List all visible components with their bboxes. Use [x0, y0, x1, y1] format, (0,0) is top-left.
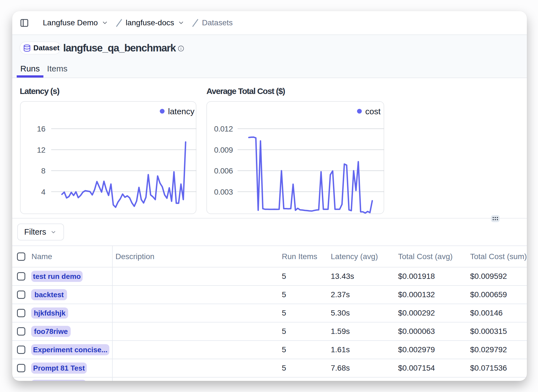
svg-text:16: 16 [37, 125, 45, 133]
svg-text:12: 12 [37, 146, 45, 154]
svg-text:cost: cost [365, 107, 381, 116]
svg-text:0.003: 0.003 [214, 188, 233, 196]
svg-text:0.006: 0.006 [214, 167, 233, 175]
svg-text:latency: latency [168, 107, 194, 116]
svg-text:0.012: 0.012 [214, 125, 233, 133]
svg-text:8: 8 [41, 167, 45, 175]
svg-text:0.009: 0.009 [214, 146, 233, 154]
svg-text:4: 4 [41, 188, 45, 196]
